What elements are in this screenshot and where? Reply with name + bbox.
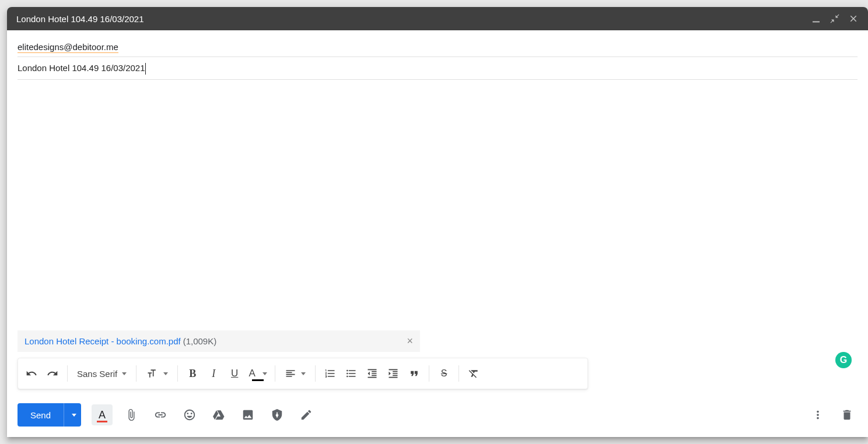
indent-less-button[interactable] [362,364,382,383]
insert-signature-button[interactable] [296,404,317,425]
numbered-list-button[interactable] [320,364,340,383]
undo-button[interactable] [22,364,41,383]
discard-draft-button[interactable] [836,404,858,425]
chevron-down-icon [122,372,127,375]
send-group: Send [18,403,81,427]
send-options-button[interactable] [64,403,81,427]
chevron-down-icon [72,414,76,417]
send-button[interactable]: Send [18,403,64,427]
confidential-mode-button[interactable] [267,404,288,425]
compose-title: London Hotel 104.49 16/03/2021 [16,14,811,24]
insert-link-button[interactable] [150,404,171,425]
align-button[interactable] [280,364,310,383]
compose-title-bar: London Hotel 104.49 16/03/2021 [7,7,868,30]
attachment-size: (1,009K) [183,336,217,346]
grammarly-badge[interactable]: G [835,352,852,368]
attach-file-button[interactable] [121,404,142,425]
message-body[interactable] [18,80,858,330]
text-cursor [145,63,146,75]
more-options-button[interactable] [807,404,828,425]
font-family-label: Sans Serif [77,369,117,379]
redo-button[interactable] [43,364,62,383]
chevron-down-icon [163,372,168,375]
recipient-chip[interactable]: elitedesigns@debitoor.me [18,42,118,53]
grammarly-label: G [840,355,847,365]
formatting-options-button[interactable]: A [92,404,113,425]
svg-rect-0 [813,22,820,23]
subject-row[interactable]: London Hotel 104.49 16/03/2021 [18,57,858,80]
italic-button[interactable]: I [204,364,223,383]
compose-bottom-bar: Send A [7,396,868,437]
bulleted-list-button[interactable] [341,364,361,383]
exit-fullscreen-icon[interactable] [830,13,840,24]
strikethrough-button[interactable]: S [434,364,454,383]
compose-window: London Hotel 104.49 16/03/2021 elitedesi… [7,7,868,437]
chevron-down-icon [301,372,306,375]
font-family-select[interactable]: Sans Serif [72,364,131,383]
insert-photo-button[interactable] [237,404,258,425]
attachment-chip[interactable]: London Hotel Receipt - booking.com.pdf (… [18,330,420,352]
chevron-down-icon [262,372,267,375]
font-size-select[interactable] [141,364,173,383]
insert-drive-button[interactable] [208,404,229,425]
remove-formatting-button[interactable] [464,364,484,383]
underline-button[interactable]: U [225,364,244,383]
attachment-remove-icon[interactable]: × [407,335,413,347]
recipients-row[interactable]: elitedesigns@debitoor.me [18,36,858,57]
text-color-button[interactable]: A [246,364,270,383]
quote-button[interactable] [404,364,424,383]
insert-emoji-button[interactable] [179,404,200,425]
subject-input[interactable]: London Hotel 104.49 16/03/2021 [18,63,145,73]
minimize-icon[interactable] [811,13,821,24]
attachment-name: London Hotel Receipt - booking.com.pdf [24,336,181,346]
color-swatch [252,379,264,381]
bold-button[interactable]: B [183,364,202,383]
close-icon[interactable] [848,13,859,24]
indent-more-button[interactable] [383,364,403,383]
formatting-toolbar: Sans Serif B I U A [18,358,588,389]
